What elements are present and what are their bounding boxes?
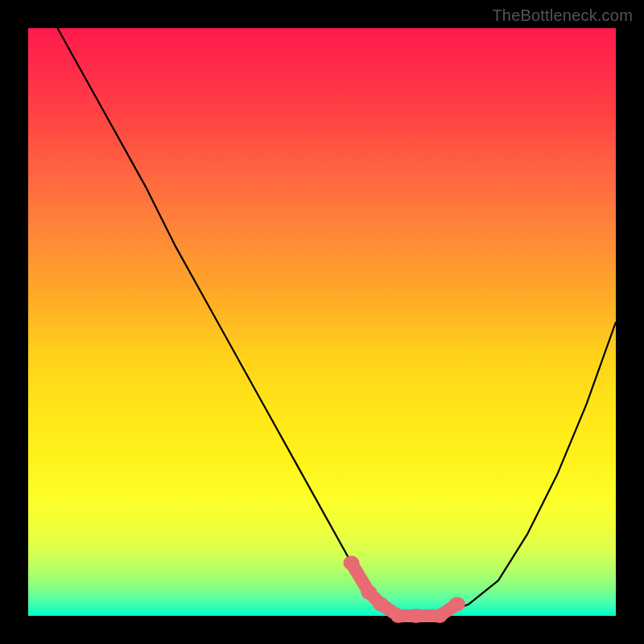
highlight-marker bbox=[431, 609, 448, 623]
chart-svg bbox=[28, 28, 616, 616]
watermark-text: TheBottleneck.com bbox=[492, 6, 633, 25]
chart-plot-area bbox=[28, 28, 616, 616]
highlight-marker bbox=[344, 555, 360, 570]
highlight-marker bbox=[408, 609, 424, 623]
bottleneck-curve bbox=[58, 28, 617, 616]
highlight-marker bbox=[449, 597, 465, 611]
highlight-marker bbox=[361, 585, 377, 600]
highlight-marker bbox=[373, 597, 389, 611]
highlight-marker bbox=[390, 609, 407, 623]
